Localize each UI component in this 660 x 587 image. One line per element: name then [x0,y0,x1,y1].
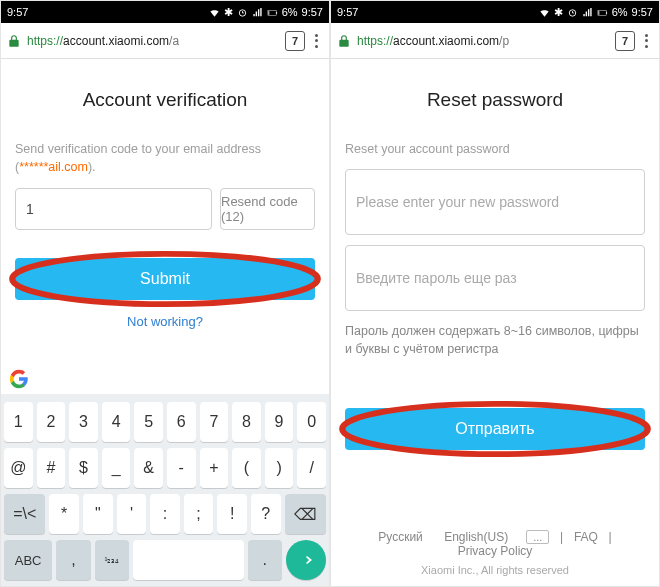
signal-icon [252,7,263,18]
status-time-right: 9:57 [632,6,653,18]
key[interactable]: 4 [102,402,131,442]
key[interactable]: # [37,448,66,488]
keyboard-row-3: =\< * " ' : ; ! ? ⌫ [4,494,326,534]
key[interactable]: - [167,448,196,488]
page-content: Reset password Reset your account passwo… [331,59,659,586]
key-space[interactable] [133,540,243,580]
signal-icon [582,7,593,18]
footer-links: Русский English(US) ... | FAQ | Privacy … [345,530,645,558]
status-time-right: 9:57 [302,6,323,18]
key-enter[interactable] [286,540,326,580]
browser-menu-icon[interactable] [315,33,319,49]
alarm-icon [237,7,248,18]
keyboard-row-1: 1234567890 [4,402,326,442]
key[interactable]: 2 [37,402,66,442]
password-requirements: Пароль должен содержать 8~16 символов, ц… [345,323,645,358]
bluetooth-icon: ✱ [224,6,233,19]
key-comma[interactable]: , [56,540,90,580]
key[interactable]: / [297,448,326,488]
key[interactable]: $ [69,448,98,488]
key[interactable]: 5 [134,402,163,442]
lang-en-link[interactable]: English(US) [444,530,508,544]
key-backspace[interactable]: ⌫ [285,494,326,534]
submit-button[interactable]: Submit [15,258,315,300]
key[interactable]: 0 [297,402,326,442]
footer-copyright: Xiaomi Inc., All rights reserved [345,564,645,576]
keyboard-row-2: @#$_&-+()/ [4,448,326,488]
alarm-icon [567,7,578,18]
status-bar: 9:57 ✱ 6% 9:57 [331,1,659,23]
key[interactable]: 1 [4,402,33,442]
url-text: https://account.xiaomi.com/p [357,34,609,48]
lang-ru-link[interactable]: Русский [378,530,423,544]
key[interactable]: _ [102,448,131,488]
privacy-link[interactable]: Privacy Policy [458,544,533,558]
key[interactable]: ) [265,448,294,488]
svg-rect-7 [606,12,607,14]
key-period[interactable]: . [248,540,282,580]
key[interactable]: 7 [200,402,229,442]
battery-percent: 6% [282,6,298,18]
page-title: Account verification [15,89,315,111]
key-symbols-shift[interactable]: =\< [4,494,45,534]
on-screen-keyboard: 1234567890 @#$_&-+()/ =\< * " ' : ; ! ? … [1,364,329,586]
key[interactable]: + [200,448,229,488]
key-lang[interactable]: ¹₂₃₄ [95,540,129,580]
submit-button[interactable]: Отправить [345,408,645,450]
key[interactable]: : [150,494,180,534]
url-text: https://account.xiaomi.com/a [27,34,279,48]
key[interactable]: 6 [167,402,196,442]
not-working-link[interactable]: Not working? [127,314,203,329]
status-bar: 9:57 ✱ 6% 9:57 [1,1,329,23]
key[interactable]: 3 [69,402,98,442]
new-password-input[interactable] [345,169,645,235]
google-icon [9,369,29,389]
tab-count[interactable]: 7 [615,31,635,51]
keyboard-row-4: ABC , ¹₂₃₄ . [4,540,326,580]
key[interactable]: 8 [232,402,261,442]
battery-icon [267,7,278,18]
svg-rect-3 [268,11,269,15]
key[interactable]: ( [232,448,261,488]
key[interactable]: " [83,494,113,534]
confirm-password-input[interactable] [345,245,645,311]
page-title: Reset password [345,89,645,111]
verification-hint: Send verification code to your email add… [15,141,315,176]
page-subtitle: Reset your account password [345,141,645,159]
battery-percent: 6% [612,6,628,18]
keyboard-google-bar[interactable] [1,364,329,394]
key[interactable]: & [134,448,163,488]
battery-icon [597,7,608,18]
browser-menu-icon[interactable] [645,33,649,49]
lang-more-button[interactable]: ... [526,530,549,544]
svg-rect-8 [598,11,599,15]
url-bar[interactable]: https://account.xiaomi.com/p 7 [331,23,659,59]
key[interactable]: ? [251,494,281,534]
key[interactable]: ! [217,494,247,534]
status-time: 9:57 [337,6,358,18]
not-working-link-wrap: Not working? [15,312,315,330]
status-indicators: ✱ 6% 9:57 [209,6,323,19]
lock-icon [337,34,351,48]
screen-left: 9:57 ✱ 6% 9:57 https://account.xiaomi.co… [0,0,330,587]
key[interactable]: ; [184,494,214,534]
status-indicators: ✱ 6% 9:57 [539,6,653,19]
key[interactable]: ' [117,494,147,534]
code-input[interactable] [15,188,212,230]
lock-icon [7,34,21,48]
key[interactable]: * [49,494,79,534]
status-time: 9:57 [7,6,28,18]
url-bar[interactable]: https://account.xiaomi.com/a 7 [1,23,329,59]
faq-link[interactable]: FAQ [574,530,598,544]
key[interactable]: @ [4,448,33,488]
bluetooth-icon: ✱ [554,6,563,19]
screen-right: 9:57 ✱ 6% 9:57 https://account.xiaomi.co… [330,0,660,587]
wifi-icon [209,7,220,18]
tab-count[interactable]: 7 [285,31,305,51]
svg-rect-2 [276,12,277,14]
key[interactable]: 9 [265,402,294,442]
wifi-icon [539,7,550,18]
resend-button[interactable]: Resend code (12) [220,188,315,230]
arrow-right-icon [297,551,315,569]
key-abc[interactable]: ABC [4,540,52,580]
